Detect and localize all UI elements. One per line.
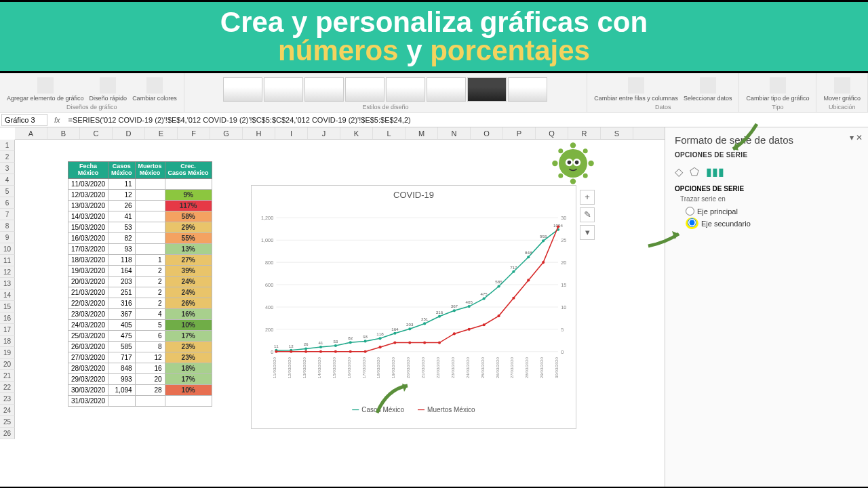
chart-elements-button[interactable]: + (580, 190, 595, 205)
chart-styles-button[interactable]: ✎ (580, 207, 595, 222)
pane-title: Formato de serie de datos (675, 134, 859, 146)
svg-text:15: 15 (561, 282, 566, 288)
svg-text:53: 53 (333, 339, 338, 344)
svg-text:5: 5 (561, 327, 564, 333)
svg-text:25: 25 (561, 237, 566, 243)
svg-point-84 (319, 350, 322, 353)
chart-title[interactable]: COVID-19 (252, 186, 576, 204)
svg-text:585: 585 (495, 279, 502, 284)
svg-text:21/03/2020: 21/03/2020 (420, 357, 425, 379)
chart-legend[interactable]: Casos México Muertos México (252, 406, 576, 413)
pane-subtitle: OPCIONES DE SERIE (675, 151, 859, 159)
svg-text:13/03/2020: 13/03/2020 (302, 357, 307, 379)
chart-filters-button[interactable]: ▾ (580, 225, 595, 240)
svg-text:800: 800 (265, 260, 273, 266)
svg-point-75 (527, 256, 530, 258)
svg-point-49 (334, 344, 337, 347)
switch-row-col-button[interactable]: Cambiar entre filas y columnas (591, 76, 681, 103)
quick-layout-button[interactable]: Diseño rápido (87, 76, 130, 103)
change-colors-button[interactable]: Cambiar colores (130, 76, 180, 103)
row-headers[interactable]: 1234567891011121314151617181920212223242… (0, 140, 15, 439)
svg-text:12: 12 (289, 344, 294, 348)
svg-point-83 (304, 350, 307, 353)
banner-line1: Crea y personaliza gráficas con (220, 8, 648, 37)
svg-point-88 (378, 346, 381, 348)
fx-label: fx (49, 116, 66, 124)
svg-point-81 (275, 350, 277, 353)
svg-text:475: 475 (480, 291, 488, 296)
svg-point-113 (575, 161, 579, 165)
svg-point-101 (559, 149, 587, 178)
svg-point-89 (393, 341, 396, 344)
svg-text:993: 993 (540, 234, 547, 239)
svg-text:25/03/2020: 25/03/2020 (480, 357, 485, 379)
svg-text:11: 11 (274, 344, 279, 348)
banner-line2: números y porcentajes (278, 37, 590, 65)
formula-bar: fx =SERIES('012 COVID-19 (2)'!$E$4,'012 … (0, 113, 868, 127)
close-pane-button[interactable]: ▾ ✕ (850, 133, 863, 142)
effects-icon[interactable]: ⬠ (690, 165, 699, 178)
chart-object[interactable]: COVID-19 02004006008001,0001,20005101520… (251, 185, 576, 429)
svg-point-100 (557, 225, 559, 228)
svg-point-105 (588, 161, 593, 166)
move-chart-button[interactable]: Mover gráfico (821, 76, 863, 103)
title-banner: Crea y personaliza gráficas con números … (0, 0, 868, 73)
svg-point-59 (408, 327, 411, 330)
svg-text:23/03/2020: 23/03/2020 (450, 357, 455, 379)
svg-text:27/03/2020: 27/03/2020 (509, 357, 514, 379)
svg-point-93 (453, 332, 456, 335)
svg-point-67 (468, 305, 471, 308)
secondary-axis-radio[interactable]: Eje secundario (686, 218, 859, 229)
svg-text:19/03/2020: 19/03/2020 (391, 357, 395, 379)
add-chart-element-button[interactable]: Agregar elemento de gráfico (4, 76, 87, 103)
svg-text:16/03/2020: 16/03/2020 (347, 357, 351, 379)
svg-text:10: 10 (561, 304, 566, 310)
svg-point-85 (334, 350, 337, 353)
select-data-button[interactable]: Seleccionar datos (681, 76, 735, 103)
svg-text:41: 41 (319, 340, 323, 345)
svg-point-109 (583, 174, 588, 178)
svg-point-104 (552, 161, 557, 166)
data-table[interactable]: FechaMéxicoCasosMéxicoMuertosMéxicoCrec.… (68, 161, 212, 407)
svg-point-102 (570, 142, 576, 148)
svg-text:316: 316 (436, 310, 443, 314)
svg-point-96 (497, 314, 500, 317)
svg-point-65 (453, 309, 456, 312)
name-box[interactable] (1, 114, 47, 126)
svg-point-63 (438, 315, 441, 318)
chart-plot-area[interactable]: 02004006008001,0001,20005101520253011/03… (252, 204, 576, 401)
svg-text:93: 93 (363, 334, 368, 339)
svg-point-45 (304, 347, 307, 350)
svg-point-61 (423, 322, 426, 325)
svg-text:18/03/2020: 18/03/2020 (376, 357, 381, 379)
svg-text:20/03/2020: 20/03/2020 (406, 357, 410, 379)
svg-text:200: 200 (265, 327, 273, 333)
svg-point-69 (483, 298, 486, 300)
svg-text:251: 251 (421, 317, 429, 321)
virus-icon (549, 140, 597, 187)
svg-point-108 (558, 174, 563, 178)
svg-text:15/03/2020: 15/03/2020 (332, 357, 336, 379)
series-options-icon[interactable]: ▮▮▮ (706, 165, 724, 178)
svg-text:30/03/2020: 30/03/2020 (554, 357, 559, 379)
svg-point-51 (349, 341, 352, 344)
fill-icon[interactable]: ◇ (675, 165, 683, 178)
worksheet[interactable]: ABCDEFGHIJKLMNOPQRS 12345678910111213141… (0, 127, 665, 487)
chart-styles-gallery[interactable] (222, 76, 549, 103)
change-chart-type-button[interactable]: Cambiar tipo de gráfico (743, 76, 812, 103)
svg-text:600: 600 (265, 282, 273, 288)
svg-text:164: 164 (391, 327, 399, 331)
svg-point-47 (319, 346, 322, 348)
svg-point-77 (542, 239, 545, 242)
primary-axis-radio[interactable]: Eje principal (686, 207, 859, 216)
svg-text:1,000: 1,000 (261, 237, 273, 243)
ribbon: Agregar elemento de gráfico Diseño rápid… (0, 73, 868, 113)
svg-text:203: 203 (406, 322, 414, 327)
svg-point-86 (349, 350, 352, 353)
formula-text[interactable]: =SERIES('012 COVID-19 (2)'!$E$4,'012 COV… (66, 116, 868, 124)
format-pane: ▾ ✕ Formato de serie de datos OPCIONES D… (665, 127, 868, 487)
svg-text:1,200: 1,200 (261, 215, 273, 221)
column-headers[interactable]: ABCDEFGHIJKLMNOPQRS (15, 127, 665, 140)
svg-text:24/03/2020: 24/03/2020 (465, 357, 470, 379)
svg-text:0: 0 (271, 349, 273, 355)
